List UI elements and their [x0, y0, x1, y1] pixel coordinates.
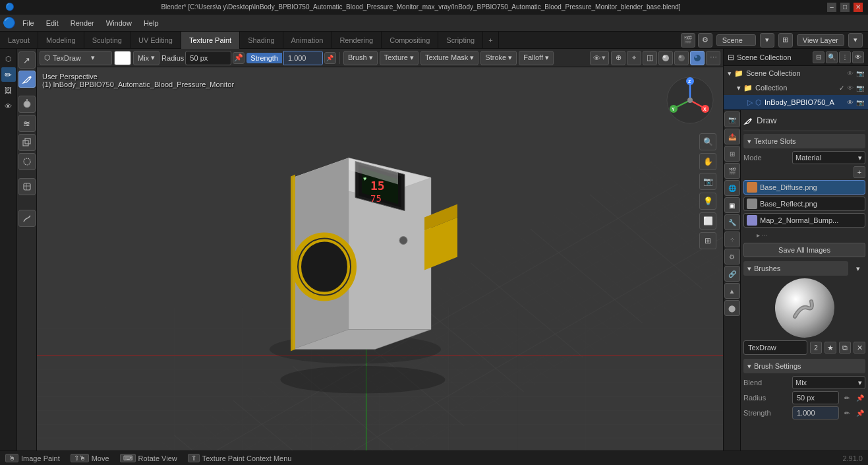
scene-collection-camera[interactable]: 📷: [856, 70, 864, 77]
tab-scene-props[interactable]: 🎬: [724, 163, 740, 179]
tab-add[interactable]: +: [483, 32, 498, 49]
tab-modeling[interactable]: Modeling: [38, 32, 84, 49]
tab-rendering[interactable]: Rendering: [332, 32, 382, 49]
texture-slot-2[interactable]: Base_Reflect.png: [743, 197, 865, 211]
radius-prop-field[interactable]: 50 px: [792, 391, 839, 404]
outliner-item-scene-collection[interactable]: ▾ 📁 Scene Collection 👁 📷: [724, 66, 868, 80]
slot3-expand[interactable]: ▸ ···: [743, 230, 865, 240]
mode-dropdown-prop[interactable]: Material ▾: [792, 151, 865, 164]
xray-icon[interactable]: ◫: [643, 51, 657, 65]
image-paint-icon[interactable]: 🖼: [1, 83, 16, 98]
scene-selector[interactable]: Scene: [716, 34, 756, 46]
zoom-in-btn[interactable]: 🔍: [699, 133, 716, 150]
save-all-images-btn[interactable]: Save All Images: [743, 243, 865, 257]
brushes-header[interactable]: ▾ Brushes: [743, 261, 848, 276]
grid-btn[interactable]: ⊞: [699, 232, 716, 249]
viewport-shading-group[interactable]: 👁 ▾: [590, 51, 609, 65]
brush-delete-btn[interactable]: ✕: [854, 342, 865, 354]
texture-slot-3[interactable]: Map_2_Normal_Bump...: [743, 213, 865, 228]
brushes-collapse-icon[interactable]: ▾: [851, 261, 865, 276]
tab-texture-paint[interactable]: Texture Paint: [181, 32, 240, 49]
texture-mask-dropdown[interactable]: Texture Mask ▾: [420, 51, 478, 65]
mode-dropdown[interactable]: ⬡ TexDraw ▾: [40, 51, 112, 65]
blend-dropdown-prop[interactable]: Mix ▾: [792, 376, 865, 389]
brush-dropdown[interactable]: Brush ▾: [343, 51, 378, 65]
camera-btn[interactable]: 📷: [699, 173, 716, 190]
menu-file[interactable]: File: [17, 18, 40, 28]
brush-settings-header[interactable]: ▾ Brush Settings: [743, 359, 865, 373]
tab-render-props[interactable]: 📷: [724, 111, 740, 127]
tab-compositing[interactable]: Compositing: [382, 32, 438, 49]
collection-camera[interactable]: 📷: [856, 84, 864, 92]
strength-field[interactable]: 1.000: [283, 51, 323, 65]
annotate-tool[interactable]: [18, 210, 36, 227]
tab-data-props[interactable]: ▲: [724, 283, 740, 299]
menu-edit[interactable]: Edit: [41, 18, 64, 28]
brush-icon[interactable]: ✏: [1, 67, 16, 82]
tab-view-layer-props[interactable]: ⊞: [724, 146, 740, 162]
mask-tool[interactable]: [18, 178, 36, 195]
solid-shade-icon[interactable]: [658, 51, 673, 65]
menu-help[interactable]: Help: [138, 18, 164, 28]
tab-scripting[interactable]: Scripting: [438, 32, 483, 49]
grab-btn[interactable]: ✋: [699, 153, 716, 170]
tab-shading[interactable]: Shading: [240, 32, 283, 49]
tab-sculpting[interactable]: Sculpting: [84, 32, 130, 49]
material-preview-icon[interactable]: [674, 51, 689, 65]
radius-pin[interactable]: 📌: [233, 52, 245, 64]
tab-animation[interactable]: Animation: [283, 32, 332, 49]
collection-eye[interactable]: 👁: [847, 84, 854, 92]
brush-favorite-btn[interactable]: ★: [825, 342, 836, 354]
minimize-button[interactable]: –: [827, 3, 836, 12]
view-layer-selector[interactable]: View Layer: [797, 34, 844, 46]
outliner-filter2-icon[interactable]: ⋮: [839, 51, 851, 63]
stroke-dropdown[interactable]: Stroke ▾: [480, 51, 517, 65]
object-camera[interactable]: 📷: [856, 99, 864, 106]
tab-material-props[interactable]: ⬤: [724, 300, 740, 316]
tab-physics-props[interactable]: ⚙: [724, 249, 740, 264]
render-btn[interactable]: ⬜: [699, 212, 716, 230]
radius-field[interactable]: 50 px: [185, 51, 231, 65]
brush-name-field[interactable]: TexDraw: [743, 340, 807, 355]
tab-modifier-props[interactable]: 🔧: [724, 214, 740, 230]
outliner-search-icon[interactable]: 🔍: [826, 51, 838, 63]
viewport-3d[interactable]: 15 75 ♥ User Perspective (1) InBody_BPBI…: [37, 67, 723, 450]
color-swatch[interactable]: [114, 51, 131, 65]
radius-edit-btn[interactable]: ✏: [842, 392, 852, 403]
draw-tool[interactable]: [18, 71, 36, 88]
clone-tool[interactable]: [18, 134, 36, 151]
view-icon[interactable]: 👁: [1, 99, 16, 113]
falloff-dropdown[interactable]: Falloff ▾: [519, 51, 554, 65]
view-layer-icon[interactable]: ⊞: [778, 33, 793, 47]
object-eye[interactable]: 👁: [847, 99, 854, 106]
brush-copy-btn[interactable]: ⧉: [839, 342, 851, 354]
maximize-button[interactable]: □: [840, 3, 850, 12]
texture-slots-header[interactable]: ▾ Texture Slots: [743, 134, 865, 148]
strength-pin[interactable]: 📌: [324, 52, 336, 64]
outliner-item-collection[interactable]: ▾ 📁 Collection ✓ 👁 📷: [724, 80, 868, 95]
tab-constraint-props[interactable]: 🔗: [724, 266, 740, 282]
menu-window[interactable]: Window: [101, 18, 137, 28]
blend-dropdown[interactable]: Mix ▾: [133, 51, 159, 65]
smear-tool[interactable]: ≋: [18, 115, 36, 132]
outliner-item-object[interactable]: ▷ ⬡ InBody_BPBIO750_A 👁 📷: [724, 95, 868, 109]
select-tool[interactable]: ↗: [18, 51, 36, 69]
rendered-preview-icon[interactable]: [690, 51, 705, 65]
strength-edit-btn[interactable]: ✏: [842, 408, 852, 418]
strength-pin-btn[interactable]: 📌: [855, 408, 865, 418]
mode-icon[interactable]: ⬡: [1, 51, 16, 66]
tab-layout[interactable]: Layout: [0, 32, 38, 49]
radius-pin-btn[interactable]: 📌: [855, 392, 865, 403]
menu-render[interactable]: Render: [65, 18, 100, 28]
strength-prop-field[interactable]: 1.000: [792, 406, 839, 419]
viewport-gizmo[interactable]: Z X Y: [664, 74, 716, 127]
scene-options-icon[interactable]: ▾: [760, 33, 774, 47]
options-icon[interactable]: ⚙: [698, 33, 712, 47]
overlay-icon[interactable]: ⊕: [611, 51, 625, 65]
tab-object-props[interactable]: ▣: [724, 197, 740, 213]
add-texture-slot-btn[interactable]: +: [854, 166, 865, 178]
scene-collection-eye[interactable]: 👁: [847, 70, 854, 77]
outliner-eye-icon[interactable]: 👁: [852, 51, 864, 63]
more-options-icon[interactable]: ⋯: [706, 51, 720, 65]
tab-uv-editing[interactable]: UV Editing: [130, 32, 181, 49]
